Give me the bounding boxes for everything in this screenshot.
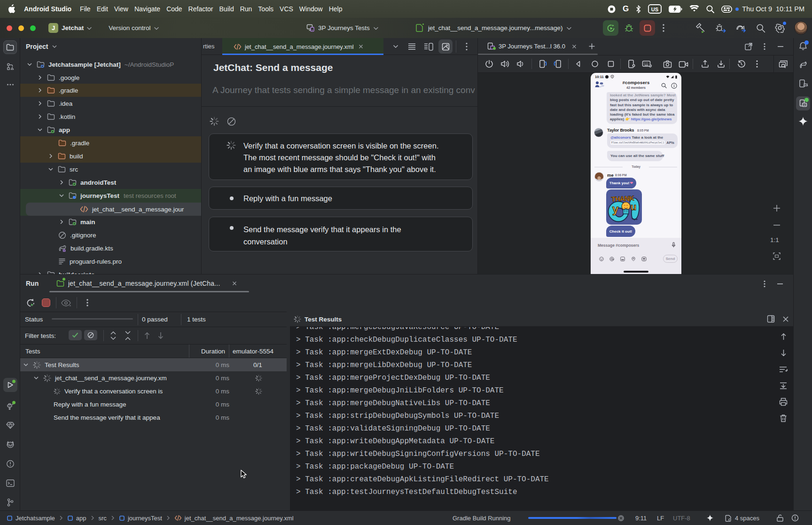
svg-text:u: u — [631, 202, 636, 212]
svg-text:y: y — [612, 203, 619, 215]
svg-text:US: US — [651, 7, 658, 12]
svg-text:G: G — [63, 249, 65, 251]
